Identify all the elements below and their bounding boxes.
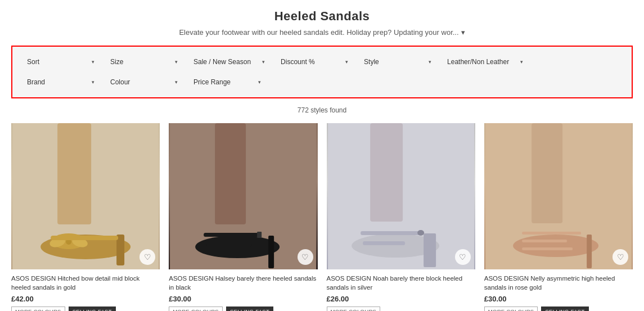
selling-fast-tag[interactable]: SELLING FAST: [69, 307, 116, 311]
chevron-icon: ▾: [429, 59, 431, 65]
filter-label: Sort: [27, 58, 39, 66]
product-card-2: ♡ ASOS DESIGN Halsey barely there heeled…: [169, 123, 317, 311]
svg-rect-12: [268, 236, 274, 268]
filter-price-range[interactable]: Price Range▾: [188, 75, 267, 89]
svg-rect-20: [361, 231, 422, 235]
product-price: £30.00: [484, 295, 633, 303]
svg-rect-8: [51, 236, 118, 240]
filters-container: Sort▾Size▾Sale / New Season▾Discount %▾S…: [11, 46, 633, 98]
product-image-wrapper: ♡: [11, 123, 160, 269]
wishlist-button[interactable]: ♡: [298, 249, 313, 265]
product-tags: MORE COLOURSSELLING FAST: [11, 307, 160, 311]
more-colours-tag[interactable]: MORE COLOURS: [484, 307, 538, 311]
subtitle-expand-icon[interactable]: ▾: [461, 28, 465, 37]
svg-point-26: [513, 235, 598, 257]
page-title: Heeled Sandals: [11, 9, 633, 24]
more-colours-tag[interactable]: MORE COLOURS: [11, 307, 65, 311]
filter-sale-new-season[interactable]: Sale / New Season▾: [188, 55, 271, 69]
page-subtitle: Elevate your footwear with our heeled sa…: [11, 28, 633, 37]
chevron-icon: ▾: [175, 59, 178, 65]
svg-rect-27: [587, 235, 592, 268]
filter-label: Brand: [27, 78, 45, 86]
svg-rect-13: [204, 233, 260, 237]
chevron-icon: ▾: [258, 79, 261, 85]
product-name: ASOS DESIGN Noah barely there block heel…: [327, 274, 475, 292]
svg-rect-29: [522, 240, 567, 242]
product-tags: MORE COLOURS: [327, 307, 475, 311]
wishlist-button[interactable]: ♡: [455, 249, 471, 265]
product-tags: MORE COLOURSSELLING FAST: [484, 307, 633, 311]
product-image: [169, 123, 317, 269]
product-image-wrapper: ♡: [169, 123, 317, 269]
filter-label: Discount %: [281, 58, 315, 66]
filter-discount[interactable]: Discount %▾: [275, 55, 354, 69]
svg-rect-19: [424, 233, 436, 267]
filter-leather[interactable]: Leather/Non Leather▾: [442, 55, 529, 69]
product-price: £26.00: [327, 295, 475, 303]
product-image: [484, 123, 633, 269]
page-wrapper: Heeled Sandals Elevate your footwear wit…: [0, 0, 644, 311]
products-grid: ♡ ASOS DESIGN Hitched bow detail mid blo…: [11, 123, 633, 311]
selling-fast-tag[interactable]: SELLING FAST: [541, 307, 588, 311]
filter-label: Style: [364, 58, 379, 66]
product-image: [327, 123, 475, 269]
product-price: £30.00: [169, 295, 317, 303]
product-card-1: ♡ ASOS DESIGN Hitched bow detail mid blo…: [11, 123, 160, 311]
filter-label: Colour: [110, 78, 130, 86]
svg-rect-17: [370, 123, 403, 222]
subtitle-text: Elevate your footwear with our heeled sa…: [179, 28, 458, 37]
filter-row-1: Sort▾Size▾Sale / New Season▾Discount %▾S…: [21, 55, 623, 69]
product-image-wrapper: ♡: [327, 123, 475, 269]
product-card-4: ♡ ASOS DESIGN Nelly asymmetric high heel…: [484, 123, 633, 311]
more-colours-tag[interactable]: MORE COLOURS: [169, 307, 223, 311]
product-name: ASOS DESIGN Halsey barely there heeled s…: [169, 274, 317, 292]
product-image: [11, 123, 160, 269]
svg-rect-1: [57, 123, 91, 224]
svg-rect-25: [532, 123, 562, 223]
svg-rect-10: [215, 123, 246, 224]
product-name: ASOS DESIGN Nelly asymmetric high heeled…: [484, 274, 633, 292]
product-image-wrapper: ♡: [484, 123, 633, 269]
filter-row-2: Brand▾Colour▾Price Range▾: [21, 75, 623, 89]
svg-rect-22: [363, 241, 405, 245]
product-name: ASOS DESIGN Hitched bow detail mid block…: [11, 274, 160, 292]
chevron-icon: ▾: [92, 59, 94, 65]
svg-rect-14: [206, 243, 251, 247]
svg-point-21: [417, 230, 424, 236]
chevron-icon: ▾: [92, 79, 94, 85]
results-count: 772 styles found: [11, 106, 633, 114]
selling-fast-tag[interactable]: SELLING FAST: [226, 307, 273, 311]
chevron-icon: ▾: [520, 59, 523, 65]
chevron-icon: ▾: [175, 79, 178, 85]
filter-sort[interactable]: Sort▾: [21, 55, 100, 69]
filter-label: Price Range: [193, 78, 231, 86]
filter-style[interactable]: Style▾: [358, 55, 437, 69]
svg-rect-28: [522, 232, 581, 235]
filter-label: Sale / New Season: [193, 58, 251, 66]
product-tags: MORE COLOURSSELLING FAST: [169, 307, 317, 311]
svg-rect-15: [257, 232, 262, 238]
more-colours-tag[interactable]: MORE COLOURS: [327, 307, 381, 311]
chevron-icon: ▾: [345, 59, 348, 65]
filter-colour[interactable]: Colour▾: [105, 75, 183, 89]
filter-label: Leather/Non Leather: [447, 58, 509, 66]
svg-rect-30: [522, 247, 573, 250]
wishlist-button[interactable]: ♡: [613, 249, 628, 265]
filter-label: Size: [110, 58, 123, 66]
filter-size[interactable]: Size▾: [105, 55, 183, 69]
chevron-icon: ▾: [262, 59, 265, 65]
product-price: £42.00: [11, 295, 160, 303]
product-card-3: ♡ ASOS DESIGN Noah barely there block he…: [327, 123, 475, 311]
filter-brand[interactable]: Brand▾: [21, 75, 100, 89]
